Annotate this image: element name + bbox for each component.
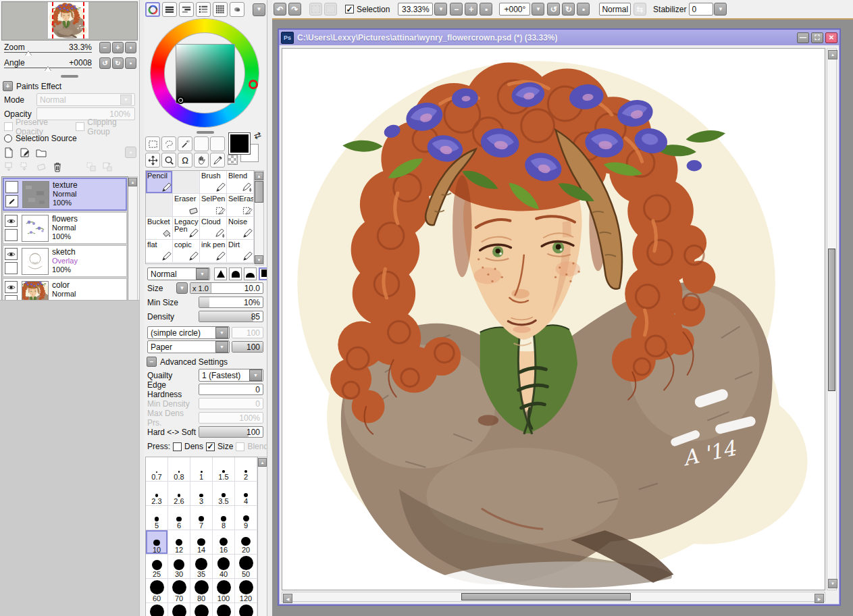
size-slider[interactable]: x 1.0 10.0 bbox=[190, 282, 263, 294]
zoom-in-button[interactable]: + bbox=[465, 3, 477, 16]
zoom-reset-button[interactable]: ▪ bbox=[125, 42, 136, 53]
brush-blend-mode-select[interactable]: Normal▼ bbox=[147, 267, 210, 280]
brush-size-3.5[interactable]: 3.5 bbox=[213, 482, 235, 506]
brush-size-80[interactable]: 80 bbox=[190, 579, 213, 603]
hand-tool[interactable] bbox=[194, 153, 209, 168]
brush-tool-brush[interactable]: Brush bbox=[200, 171, 227, 194]
brush-size-0.8[interactable]: 0.8 bbox=[168, 457, 190, 482]
brush-tool-copic[interactable]: copic bbox=[173, 240, 200, 263]
undo-button[interactable]: ↶ bbox=[274, 3, 286, 16]
rgb-sliders-tab[interactable] bbox=[162, 2, 177, 17]
angle-reset-button[interactable]: ▪ bbox=[125, 57, 136, 69]
brush-grid-scrollbar[interactable]: ▲ ▼ bbox=[255, 170, 264, 265]
transparent-color-button[interactable] bbox=[228, 155, 238, 165]
lasso-tool[interactable] bbox=[161, 136, 176, 151]
new-linework-layer-button[interactable] bbox=[19, 147, 31, 159]
brush-size-160[interactable]: 160 bbox=[146, 603, 168, 616]
brush-size-0.7[interactable]: 0.7 bbox=[146, 457, 168, 482]
brush-size-35[interactable]: 35 bbox=[190, 555, 213, 579]
brush-size-16[interactable]: 16 bbox=[213, 530, 235, 555]
brush-size-60[interactable]: 60 bbox=[146, 579, 168, 603]
zoom-tool[interactable] bbox=[161, 153, 176, 168]
zoom-slider-handle[interactable] bbox=[25, 51, 32, 55]
zoom-reset-button[interactable]: ▪ bbox=[480, 3, 492, 16]
brush-edge-triangle-button[interactable] bbox=[214, 267, 227, 280]
density-slider[interactable]: 85 bbox=[199, 311, 263, 322]
scroll-right-icon[interactable]: ▶ bbox=[815, 594, 824, 603]
rotate-canvas-tool[interactable]: Ω bbox=[178, 153, 192, 168]
layer-item[interactable]: flowersNormal100% bbox=[3, 212, 127, 244]
layer-paint-toggle[interactable] bbox=[5, 195, 18, 207]
brush-size-7[interactable]: 7 bbox=[190, 506, 213, 530]
brush-tool-pencil[interactable]: Pencil bbox=[146, 171, 173, 194]
zoom-in-button[interactable]: + bbox=[112, 42, 124, 53]
angle-reset-button[interactable]: ▪ bbox=[577, 3, 590, 16]
brush-tool-flat[interactable]: flat bbox=[146, 240, 173, 263]
brush-tool-ink-pen[interactable]: ink pen bbox=[200, 240, 227, 263]
brush-size-250[interactable]: 250 bbox=[190, 603, 213, 616]
stabilizer-select-button[interactable]: ▼ bbox=[714, 3, 727, 16]
scrollbar-thumb[interactable] bbox=[255, 181, 263, 203]
brush-tool-selpen[interactable]: SelPen bbox=[200, 194, 227, 217]
horizontal-scrollbar[interactable]: ◀ ▶ bbox=[282, 592, 825, 602]
layers-scrollbar[interactable]: ▲ bbox=[128, 176, 138, 303]
layer-visibility-toggle[interactable] bbox=[5, 215, 18, 227]
min-density-slider[interactable]: 0 bbox=[199, 398, 263, 409]
color-wheel-tab[interactable] bbox=[145, 2, 160, 17]
brush-edge-flat-button[interactable] bbox=[244, 267, 257, 280]
transfer-down-button[interactable] bbox=[3, 161, 15, 173]
tool-mode-button[interactable]: Normal bbox=[599, 3, 631, 16]
layer-paint-toggle[interactable] bbox=[5, 229, 18, 241]
min-size-slider[interactable]: 10% bbox=[199, 297, 263, 308]
edge-hardness-slider[interactable]: 0 bbox=[199, 384, 263, 395]
scroll-left-icon[interactable]: ◀ bbox=[283, 594, 292, 603]
collapse-minus-icon[interactable]: − bbox=[147, 357, 157, 367]
zoom-out-button[interactable]: − bbox=[450, 3, 463, 16]
brush-size-50[interactable]: 50 bbox=[235, 555, 257, 579]
brush-size-20[interactable]: 20 bbox=[235, 530, 257, 555]
redo-button[interactable]: ↷ bbox=[288, 3, 301, 16]
brush-size-10[interactable]: 10 bbox=[146, 530, 168, 555]
flip-canvas-button[interactable]: ⇆ bbox=[634, 3, 646, 16]
quality-select[interactable]: 1 (Fastest)▼ bbox=[199, 369, 263, 382]
brush-size-2.3[interactable]: 2.3 bbox=[146, 482, 168, 506]
angle-slider-handle[interactable] bbox=[45, 66, 51, 71]
delete-layer-button[interactable] bbox=[51, 161, 63, 173]
swatches-tab[interactable] bbox=[213, 2, 228, 17]
foreground-color-swatch[interactable] bbox=[229, 133, 250, 154]
brush-tool-dirt[interactable]: Dirt bbox=[227, 240, 254, 263]
hue-marker[interactable] bbox=[249, 80, 258, 89]
panel-grip[interactable] bbox=[197, 131, 214, 134]
preserve-opacity-checkbox[interactable] bbox=[4, 122, 13, 131]
clipping-group-checkbox[interactable] bbox=[76, 122, 84, 131]
expand-plus-icon[interactable]: + bbox=[3, 81, 13, 91]
scroll-up-icon[interactable]: ▲ bbox=[255, 172, 263, 180]
brush-size-5[interactable]: 5 bbox=[146, 506, 168, 530]
eyedropper-tool[interactable] bbox=[210, 153, 225, 168]
deselect-button[interactable] bbox=[309, 3, 322, 16]
hsv-sliders-tab[interactable] bbox=[179, 2, 194, 17]
brush-size-4[interactable]: 4 bbox=[235, 482, 257, 506]
texture-strength-slider[interactable]: 100 bbox=[232, 341, 263, 353]
brush-tool-noise[interactable]: Noise bbox=[227, 217, 254, 240]
brush-size-40[interactable]: 40 bbox=[213, 555, 235, 579]
layer-visibility-toggle[interactable] bbox=[5, 181, 18, 193]
scroll-down-icon[interactable]: ▼ bbox=[828, 579, 837, 588]
minimize-button[interactable]: — bbox=[797, 32, 809, 43]
new-layer-button[interactable] bbox=[3, 147, 15, 159]
close-button[interactable]: ✕ bbox=[825, 32, 837, 43]
brush-size-14[interactable]: 14 bbox=[190, 530, 213, 555]
panel-collapse-button[interactable]: ▪ bbox=[125, 147, 136, 158]
brush-size-350[interactable]: 350 bbox=[235, 603, 257, 616]
press-dens-checkbox[interactable] bbox=[173, 442, 182, 451]
brush-size-6[interactable]: 6 bbox=[168, 506, 190, 530]
layer-item[interactable]: sketchOverlay100% bbox=[3, 245, 127, 277]
scroll-up-icon[interactable]: ▲ bbox=[828, 50, 837, 59]
press-blend-checkbox[interactable] bbox=[236, 442, 244, 451]
saturation-value-square[interactable] bbox=[176, 44, 235, 103]
press-size-checkbox[interactable]: ✓ bbox=[206, 442, 215, 451]
scrollbar-thumb[interactable] bbox=[828, 249, 835, 390]
panel-menu-button[interactable]: ▼ bbox=[253, 3, 265, 16]
zoom-presets-button[interactable]: ▼ bbox=[434, 3, 447, 16]
scroll-down-icon[interactable]: ▼ bbox=[255, 255, 263, 264]
